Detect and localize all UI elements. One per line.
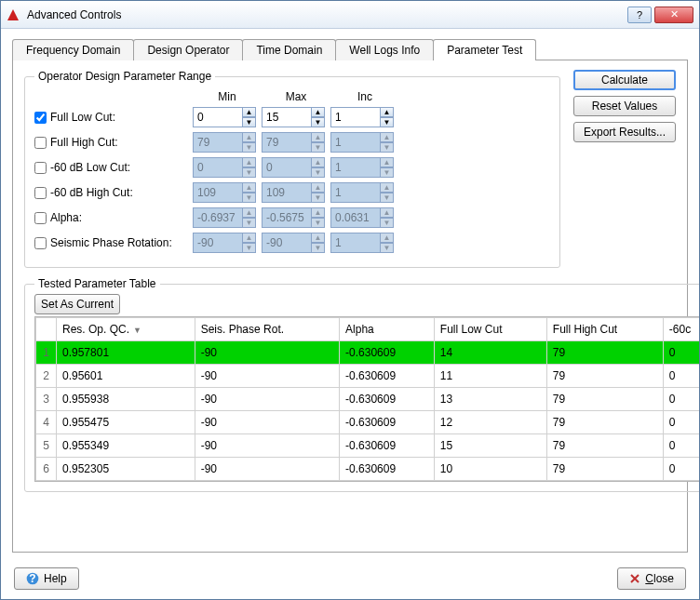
table-row[interactable]: 60.952305-90-0.63060910790 [36, 458, 701, 481]
export-results-button[interactable]: Export Results... [573, 122, 676, 142]
cell: -0.630609 [340, 411, 435, 434]
table-row[interactable]: 20.95601-90-0.63060911790 [36, 365, 701, 388]
spinner-down-icon: ▼ [243, 218, 256, 228]
help-button[interactable]: ? Help [14, 567, 79, 590]
spinner-up-icon: ▲ [243, 157, 256, 167]
spinner-up-icon: ▲ [381, 132, 394, 142]
result-table: Res. Op. QC.▼Seis. Phase Rot.AlphaFull L… [35, 317, 700, 481]
cell: 0 [663, 458, 700, 481]
col-rownum[interactable] [36, 318, 57, 341]
cell: -90 [195, 341, 339, 365]
cell: 0.952305 [57, 458, 195, 481]
cell: 0.955349 [57, 434, 195, 458]
cell: 79 [546, 388, 663, 411]
set-as-current-button[interactable]: Set As Current [34, 294, 120, 314]
spinner-down-icon: ▼ [243, 167, 256, 178]
tested-param-legend: Tested Parameter Table [34, 277, 160, 290]
spinner-input [262, 233, 312, 253]
spinner-down-icon[interactable]: ▼ [381, 117, 394, 127]
spinner-input [330, 207, 381, 228]
spinner-down-icon: ▼ [381, 218, 394, 228]
col-header[interactable]: Res. Op. QC.▼ [57, 318, 195, 341]
spinner: ▲▼ [330, 207, 394, 228]
spinner-input [193, 207, 243, 228]
cell: 13 [434, 388, 546, 411]
spinner-input [330, 182, 381, 203]
spinner: ▲▼ [330, 182, 394, 203]
row-number: 2 [36, 365, 57, 388]
spinner[interactable]: ▲▼ [193, 107, 256, 127]
col-header[interactable]: Full High Cut [546, 318, 663, 341]
param-row: -60 dB Low Cut: ▲▼ ▲▼ ▲▼ [34, 157, 550, 178]
spinner-down-icon: ▼ [381, 142, 394, 153]
close-button[interactable]: Close [617, 567, 686, 590]
spinner-down-icon[interactable]: ▼ [312, 117, 325, 127]
spinner-down-icon: ▼ [381, 167, 394, 178]
table-row[interactable]: 50.955349-90-0.63060915790 [36, 434, 701, 458]
col-header[interactable]: Alpha [340, 318, 435, 341]
spinner: ▲▼ [262, 182, 325, 203]
param-checkbox[interactable] [34, 162, 47, 174]
param-label: Alpha: [50, 211, 82, 224]
param-row: Alpha: ▲▼ ▲▼ ▲▼ [34, 207, 550, 228]
calculate-button[interactable]: Calculate [573, 70, 676, 90]
spinner-down-icon[interactable]: ▼ [243, 117, 256, 127]
tab-well-logs-info[interactable]: Well Logs Info [335, 39, 434, 60]
param-range-legend: Operator Design Parameter Range [34, 70, 215, 83]
row-number: 1 [36, 341, 57, 365]
reset-values-button[interactable]: Reset Values [573, 96, 676, 116]
spinner: ▲▼ [330, 157, 394, 178]
spinner-up-icon: ▲ [312, 157, 325, 167]
svg-text:?: ? [29, 572, 35, 585]
col-header[interactable]: Full Low Cut [434, 318, 546, 341]
tab-parameter-test[interactable]: Parameter Test [433, 39, 536, 60]
spinner-up-icon: ▲ [243, 207, 256, 218]
row-number: 5 [36, 434, 57, 458]
param-checkbox[interactable] [34, 137, 47, 149]
spinner-up-icon[interactable]: ▲ [243, 107, 256, 117]
spinner-input [330, 132, 381, 153]
help-window-button[interactable]: ? [627, 7, 652, 23]
spinner: ▲▼ [262, 132, 325, 153]
spinner-up-icon: ▲ [243, 233, 256, 243]
spinner[interactable]: ▲▼ [330, 107, 394, 127]
spinner-input [193, 233, 243, 253]
col-header[interactable]: Seis. Phase Rot. [195, 318, 339, 341]
cell: 0.955475 [57, 411, 195, 434]
table-row[interactable]: 30.955938-90-0.63060913790 [36, 388, 701, 411]
tab-time-domain[interactable]: Time Domain [242, 39, 336, 60]
param-row: Full High Cut: ▲▼ ▲▼ ▲▼ [34, 132, 550, 153]
close-window-button[interactable]: ✕ [654, 7, 693, 23]
tested-param-table-group: Tested Parameter Table Set As Current Re… [24, 277, 700, 492]
param-checkbox[interactable] [34, 187, 47, 199]
param-checkbox[interactable] [34, 212, 47, 224]
param-checkbox[interactable] [34, 237, 47, 249]
spinner-down-icon: ▼ [381, 243, 394, 253]
param-range-group: Operator Design Parameter Range Min Max … [24, 70, 560, 268]
cell: 79 [546, 411, 663, 434]
spinner-input[interactable] [262, 107, 312, 127]
table-row[interactable]: 40.955475-90-0.63060912790 [36, 411, 701, 434]
tab-design-operator[interactable]: Design Operator [133, 39, 243, 60]
tab-frequency-domain[interactable]: Frequency Domain [12, 39, 134, 60]
table-row[interactable]: 10.957801-90-0.63060914790 [36, 341, 701, 365]
spinner-down-icon: ▼ [312, 167, 325, 178]
spinner-up-icon: ▲ [312, 233, 325, 243]
param-row: Full Low Cut: ▲▼ ▲▼ ▲▼ [34, 107, 550, 127]
col-header[interactable]: -60c [663, 318, 700, 341]
tab-bar: Frequency DomainDesign OperatorTime Doma… [12, 38, 688, 60]
row-number: 3 [36, 388, 57, 411]
spinner-up-icon[interactable]: ▲ [381, 107, 394, 117]
spinner-input [193, 157, 243, 178]
cell: -90 [195, 365, 339, 388]
spinner: ▲▼ [193, 182, 256, 203]
param-col-headers: Min Max Inc [193, 90, 550, 103]
spinner-down-icon: ▼ [243, 142, 256, 153]
spinner-input[interactable] [193, 107, 243, 127]
spinner-up-icon[interactable]: ▲ [312, 107, 325, 117]
param-checkbox[interactable] [34, 112, 47, 124]
spinner: ▲▼ [193, 157, 256, 178]
spinner-input[interactable] [330, 107, 381, 127]
spinner[interactable]: ▲▼ [262, 107, 325, 127]
result-table-scroll[interactable]: Res. Op. QC.▼Seis. Phase Rot.AlphaFull L… [34, 316, 700, 482]
